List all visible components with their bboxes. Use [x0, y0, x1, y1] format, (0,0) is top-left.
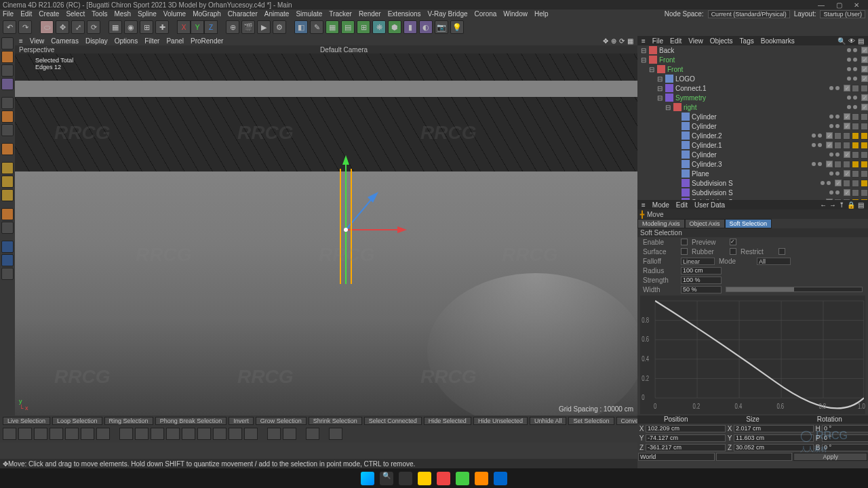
vp-menu-filter[interactable]: Filter	[144, 37, 159, 45]
search-taskbar-icon[interactable]: 🔍	[380, 472, 393, 485]
menu-edit[interactable]: Edit	[20, 10, 32, 18]
object-tag[interactable]	[852, 85, 859, 92]
enable-tag[interactable]: ✓	[861, 56, 868, 63]
object-tag[interactable]	[861, 151, 868, 159]
tree-row[interactable]: Cylinder✓	[637, 150, 868, 159]
maximize-button[interactable]: ▢	[830, 1, 848, 9]
camera-button[interactable]: 📷	[435, 20, 448, 34]
object-name[interactable]: Subdivision S	[692, 180, 821, 187]
object-name[interactable]: Front	[659, 56, 847, 64]
tool-i[interactable]	[135, 428, 149, 440]
visibility-dots[interactable]	[821, 181, 831, 185]
visibility-dots[interactable]	[829, 124, 840, 128]
vp-max-icon[interactable]: ▦	[627, 37, 633, 45]
obj-menu-tags[interactable]: Tags	[740, 37, 754, 45]
surface-checkbox[interactable]	[681, 248, 688, 255]
visibility-dots[interactable]	[829, 171, 840, 176]
expander-icon[interactable]: ⊟	[648, 66, 655, 73]
visibility-dots[interactable]	[847, 67, 857, 71]
menu-mesh[interactable]: Mesh	[115, 10, 131, 18]
app3-icon[interactable]	[475, 472, 488, 485]
menu-tracker[interactable]: Tracker	[329, 10, 352, 18]
menu-extensions[interactable]: Extensions	[388, 10, 421, 18]
object-tag[interactable]	[834, 142, 842, 149]
move-gizmo[interactable]	[327, 148, 408, 284]
seltab-loop-selection[interactable]: Loop Selection	[52, 417, 102, 425]
object-tag[interactable]	[861, 180, 868, 187]
object-tag[interactable]	[843, 142, 850, 149]
vp-menu-view[interactable]: View	[30, 37, 45, 45]
apply-button[interactable]: Apply	[793, 453, 867, 461]
obj-menu-objects[interactable]: Objects	[710, 37, 733, 45]
tree-row[interactable]: Cylinder✓	[637, 112, 868, 121]
tree-row[interactable]: Cylinder.3✓	[637, 159, 868, 169]
attr-doc-icon[interactable]: ▤	[858, 201, 864, 209]
object-name[interactable]: Subdivision S	[692, 189, 829, 197]
deformer-button[interactable]: ▮	[403, 20, 417, 34]
poly-mode-button[interactable]	[1, 124, 14, 136]
enable-tag[interactable]: ✓	[844, 113, 850, 120]
object-name[interactable]: LOGO	[675, 75, 847, 83]
object-tag[interactable]	[861, 189, 868, 197]
menu-file[interactable]: File	[3, 10, 14, 18]
sds-button[interactable]: ▦	[326, 20, 339, 34]
attr-menu-edit[interactable]: Edit	[676, 201, 688, 209]
scale-button[interactable]: ⤢	[71, 20, 85, 34]
tool2-button[interactable]: ◉	[124, 20, 138, 34]
object-name[interactable]: Cylinder.3	[692, 161, 812, 168]
tool4-button[interactable]: ✚	[155, 20, 169, 34]
object-name[interactable]: Back	[659, 47, 847, 54]
search-icon[interactable]: 🔍	[837, 37, 846, 45]
tree-row[interactable]: Cylinder.2✓	[637, 131, 868, 140]
vp2-button[interactable]	[1, 254, 14, 266]
tool-t[interactable]	[329, 428, 342, 440]
attr-menu-user-data[interactable]: User Data	[694, 201, 725, 209]
object-tag[interactable]	[834, 132, 842, 140]
start-icon[interactable]	[361, 472, 374, 485]
vp-menu-prorender[interactable]: ProRender	[191, 37, 223, 45]
object-tag[interactable]	[852, 180, 859, 187]
tab-object-axis[interactable]: Object Axis	[685, 219, 725, 228]
object-tag[interactable]	[861, 170, 868, 178]
enable-tag[interactable]: ✓	[844, 170, 850, 177]
close-button[interactable]: ✕	[848, 1, 865, 9]
tree-row[interactable]: Plane✓	[637, 169, 868, 178]
attr-menu-≡[interactable]: ≡	[642, 201, 646, 209]
tool-c[interactable]	[34, 428, 47, 440]
object-tag[interactable]	[861, 123, 868, 130]
seltab-grow-selection[interactable]: Grow Selection	[256, 417, 307, 425]
menu-volume[interactable]: Volume	[163, 10, 186, 18]
tree-row[interactable]: ⊟Back✓	[637, 45, 868, 55]
object-name[interactable]: Front	[667, 66, 847, 73]
tool-j[interactable]	[151, 428, 164, 440]
snap1-button[interactable]	[1, 162, 14, 174]
object-tag[interactable]	[843, 132, 850, 140]
vp-rot-icon[interactable]: ⟳	[619, 37, 625, 45]
tool-l[interactable]	[182, 428, 195, 440]
object-tag[interactable]	[861, 132, 868, 140]
tool-g[interactable]	[96, 428, 110, 440]
vp-nav-icon[interactable]: ✥	[603, 37, 608, 45]
tool-a[interactable]	[3, 428, 16, 440]
enable-tag[interactable]: ✓	[861, 94, 868, 101]
attr-up-icon[interactable]: ⤒	[839, 201, 844, 209]
width-input[interactable]	[681, 286, 722, 293]
object-tag[interactable]	[852, 170, 859, 178]
seltab-set-selection[interactable]: Set Selection	[568, 417, 614, 425]
visibility-dots[interactable]	[812, 162, 822, 166]
seltab-hide-selected[interactable]: Hide Selected	[424, 417, 471, 425]
select-button[interactable]: ⬭	[40, 20, 54, 34]
tool-e[interactable]	[65, 428, 79, 440]
enable-tag[interactable]: ✓	[844, 85, 850, 92]
axis-button[interactable]	[1, 143, 14, 155]
object-tag[interactable]	[852, 161, 859, 168]
visibility-dots[interactable]	[829, 152, 840, 157]
rot-p-input[interactable]	[822, 434, 868, 442]
attr-back-icon[interactable]: ←	[820, 201, 827, 209]
object-tag[interactable]	[834, 161, 842, 168]
seltab-ring-selection[interactable]: Ring Selection	[104, 417, 153, 425]
menu-select[interactable]: Select	[66, 10, 85, 18]
obj-eye-icon[interactable]: 👁	[848, 37, 855, 45]
seltab-invert[interactable]: Invert	[229, 417, 254, 425]
object-tag[interactable]	[852, 113, 859, 121]
